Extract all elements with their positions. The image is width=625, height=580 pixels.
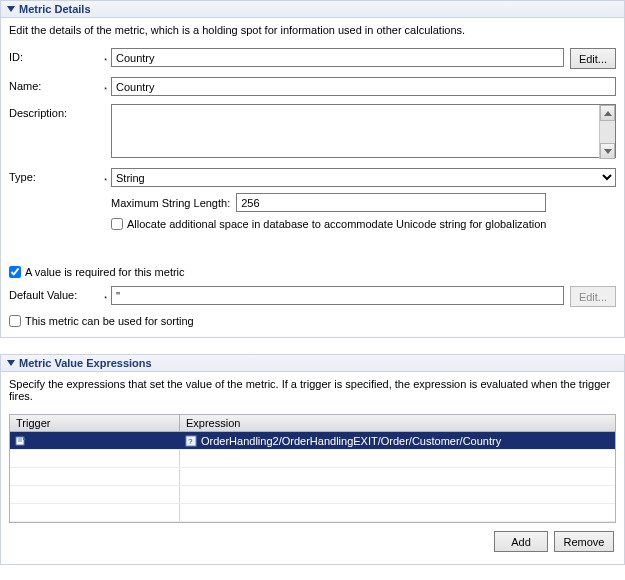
column-expression[interactable]: Expression bbox=[180, 415, 615, 431]
table-row[interactable] bbox=[10, 504, 615, 522]
required-star-icon: * bbox=[104, 295, 107, 302]
expressions-subtitle: Specify the expressions that set the val… bbox=[9, 378, 616, 402]
required-star-icon: * bbox=[104, 177, 107, 184]
metric-details-subtitle: Edit the details of the metric, which is… bbox=[9, 24, 616, 36]
type-select[interactable]: String bbox=[111, 168, 616, 187]
metric-details-body: Edit the details of the metric, which is… bbox=[1, 18, 624, 337]
collapse-icon bbox=[7, 6, 15, 12]
sortable-row: This metric can be used for sorting bbox=[9, 315, 616, 327]
required-label: A value is required for this metric bbox=[25, 266, 185, 278]
sortable-checkbox[interactable] bbox=[9, 315, 21, 327]
scrollbar[interactable] bbox=[599, 105, 615, 159]
maxlen-label: Maximum String Length: bbox=[111, 197, 230, 209]
id-label: ID: bbox=[9, 51, 23, 63]
default-value-row: Default Value: * Edit... bbox=[9, 286, 616, 307]
maxlen-row: Maximum String Length: Allocate addition… bbox=[9, 193, 616, 238]
table-row[interactable]: ? OrderHandling2/OrderHandlingEXIT/Order… bbox=[10, 432, 615, 450]
sortable-label: This metric can be used for sorting bbox=[25, 315, 194, 327]
remove-button[interactable]: Remove bbox=[554, 531, 614, 552]
expressions-table: Trigger Expression ? OrderHand bbox=[9, 414, 616, 523]
id-input[interactable] bbox=[111, 48, 564, 67]
expressions-body: Specify the expressions that set the val… bbox=[1, 372, 624, 564]
table-header: Trigger Expression bbox=[10, 415, 615, 432]
required-star-icon: * bbox=[104, 86, 107, 93]
table-body: ? OrderHandling2/OrderHandlingEXIT/Order… bbox=[10, 432, 615, 522]
metric-value-expressions-panel: Metric Value Expressions Specify the exp… bbox=[0, 354, 625, 565]
expression-cell: OrderHandling2/OrderHandlingEXIT/Order/C… bbox=[201, 435, 501, 447]
name-input[interactable] bbox=[111, 77, 616, 96]
svg-text:?: ? bbox=[188, 437, 193, 446]
description-row: Description: bbox=[9, 104, 616, 160]
type-row: Type: * String bbox=[9, 168, 616, 187]
trigger-icon bbox=[14, 434, 28, 448]
scroll-up-icon[interactable] bbox=[600, 105, 615, 121]
required-row: A value is required for this metric bbox=[9, 266, 616, 278]
required-checkbox[interactable] bbox=[9, 266, 21, 278]
column-trigger[interactable]: Trigger bbox=[10, 415, 180, 431]
metric-details-title: Metric Details bbox=[19, 3, 91, 15]
expressions-header[interactable]: Metric Value Expressions bbox=[1, 355, 624, 372]
default-value-input[interactable] bbox=[111, 286, 564, 305]
type-label: Type: bbox=[9, 171, 36, 183]
table-row[interactable] bbox=[10, 486, 615, 504]
table-row[interactable] bbox=[10, 468, 615, 486]
description-textarea[interactable] bbox=[111, 104, 616, 158]
scroll-down-icon[interactable] bbox=[600, 143, 615, 159]
name-label: Name: bbox=[9, 80, 41, 92]
expression-icon: ? bbox=[184, 434, 198, 448]
default-value-label: Default Value: bbox=[9, 289, 77, 301]
collapse-icon bbox=[7, 360, 15, 366]
edit-id-button[interactable]: Edit... bbox=[570, 48, 616, 69]
maxlen-input[interactable] bbox=[236, 193, 546, 212]
allocate-checkbox[interactable] bbox=[111, 218, 123, 230]
add-button[interactable]: Add bbox=[494, 531, 548, 552]
metric-details-panel: Metric Details Edit the details of the m… bbox=[0, 0, 625, 338]
required-star-icon: * bbox=[104, 57, 107, 64]
edit-default-button[interactable]: Edit... bbox=[570, 286, 616, 307]
expressions-title: Metric Value Expressions bbox=[19, 357, 152, 369]
metric-details-header[interactable]: Metric Details bbox=[1, 1, 624, 18]
table-actions: Add Remove bbox=[9, 523, 616, 554]
id-row: ID: * Edit... bbox=[9, 48, 616, 69]
allocate-label: Allocate additional space in database to… bbox=[127, 218, 546, 230]
description-label: Description: bbox=[9, 107, 67, 119]
table-row[interactable] bbox=[10, 450, 615, 468]
name-row: Name: * bbox=[9, 77, 616, 96]
